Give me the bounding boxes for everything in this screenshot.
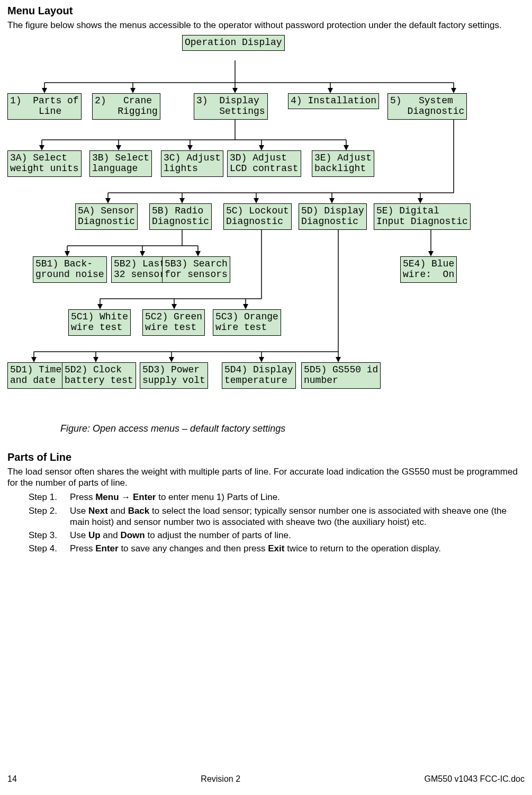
node-5d2: 5D2) Clock battery test: [62, 362, 136, 389]
node-5b3: 5B3) Search for sensors: [162, 256, 230, 283]
node-1-parts-of-line: 1) Parts of Line: [7, 93, 82, 120]
node-5c: 5C) Lockout Diagnostic: [223, 203, 292, 230]
step-text: Press Enter to save any changes and then…: [70, 543, 525, 554]
heading-parts-of-line: Parts of Line: [7, 451, 525, 464]
step-label: Step 4.: [29, 543, 70, 554]
step-row: Step 2.Use Next and Back to select the l…: [29, 505, 525, 528]
node-3b: 3B) Select language: [89, 150, 152, 177]
figure-caption: Figure: Open access menus – default fact…: [60, 423, 525, 435]
node-5d: 5D) Display Diagnostic: [299, 203, 367, 230]
step-row: Step 1.Press Menu → Enter to enter menu …: [29, 492, 525, 503]
node-5d4: 5D4) Display temperature: [222, 362, 296, 389]
page-footer: 14 Revision 2 GM550 v1043 FCC-IC.doc: [7, 774, 525, 784]
node-3-display-settings: 3) Display Settings: [194, 93, 268, 120]
node-5c1: 5C1) White wire test: [68, 309, 131, 336]
step-label: Step 3.: [29, 530, 70, 541]
heading-menu-layout: Menu Layout: [7, 4, 525, 17]
footer-page: 14: [7, 774, 17, 784]
node-3d: 3D) Adjust LCD contrast: [227, 150, 301, 177]
step-text: Use Up and Down to adjust the number of …: [70, 530, 525, 541]
footer-filename: GM550 v1043 FCC-IC.doc: [425, 774, 525, 784]
node-5e4: 5E4) Blue wire: On: [400, 256, 457, 283]
node-3a: 3A) Select weight units: [7, 150, 82, 177]
step-label: Step 1.: [29, 492, 70, 503]
node-5d3: 5D3) Power supply volt: [140, 362, 208, 389]
node-5e: 5E) Digital Input Diagnostic: [374, 203, 471, 230]
step-text: Press Menu → Enter to enter menu 1) Part…: [70, 492, 525, 503]
node-3e: 3E) Adjust backlight: [312, 150, 374, 177]
node-2-crane-rigging: 2) Crane Rigging: [92, 93, 160, 120]
node-5b1: 5B1) Back- ground noise: [33, 256, 107, 283]
intro-menu-layout: The figure below shows the menus accessi…: [7, 20, 525, 31]
footer-revision: Revision 2: [201, 774, 240, 784]
steps-list: Step 1.Press Menu → Enter to enter menu …: [29, 492, 525, 554]
node-operation-display: Operation Display: [182, 35, 285, 51]
node-5a: 5A) Sensor Diagnostic: [75, 203, 138, 230]
intro-parts-of-line: The load sensor often shares the weight …: [7, 466, 525, 489]
node-3c: 3C) Adjust lights: [161, 150, 223, 177]
step-row: Step 3.Use Up and Down to adjust the num…: [29, 530, 525, 541]
node-5d1: 5D1) Time and date: [7, 362, 64, 389]
node-5c3: 5C3) Orange wire test: [213, 309, 281, 336]
step-text: Use Next and Back to select the load sen…: [70, 505, 525, 528]
node-4-installation: 4) Installation: [288, 93, 379, 109]
menu-diagram: Operation Display 1) Parts of Line 2) Cr…: [7, 34, 510, 421]
node-5b: 5B) Radio Diagnostic: [149, 203, 212, 230]
node-5d5: 5D5) GS550 id number: [301, 362, 381, 389]
node-5-system-diagnostic: 5) System Diagnostic: [387, 93, 467, 120]
node-5c2: 5C2) Green wire test: [142, 309, 205, 336]
step-row: Step 4.Press Enter to save any changes a…: [29, 543, 525, 554]
step-label: Step 2.: [29, 505, 70, 528]
